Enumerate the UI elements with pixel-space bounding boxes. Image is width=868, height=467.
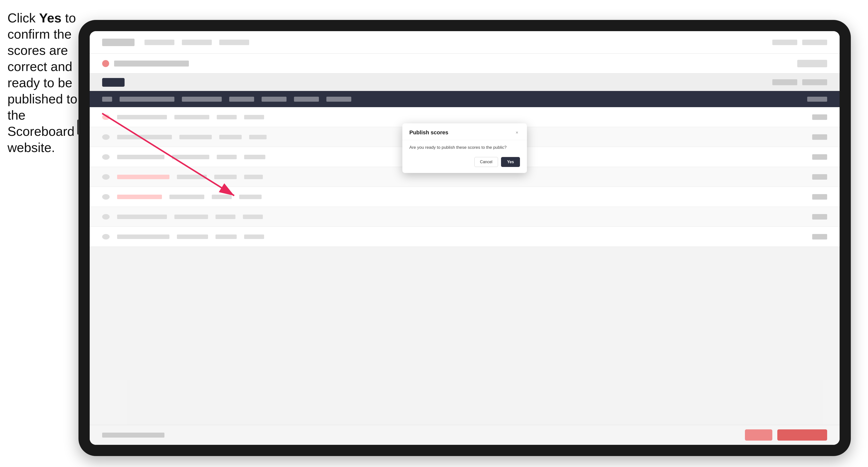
td-score bbox=[812, 174, 827, 180]
instruction-text: Click Yes to confirm the scores are corr… bbox=[7, 10, 80, 156]
app-logo bbox=[102, 39, 134, 46]
nav-item-1[interactable] bbox=[145, 40, 175, 45]
th-score bbox=[807, 97, 827, 102]
app-toolbar bbox=[90, 73, 840, 91]
td-rank bbox=[102, 174, 110, 180]
subheader-title bbox=[114, 61, 189, 66]
td-name bbox=[117, 235, 169, 239]
app-header bbox=[90, 31, 840, 54]
table-header bbox=[90, 91, 840, 107]
td-col3 bbox=[239, 195, 261, 199]
td-col1 bbox=[175, 215, 208, 219]
td-col2 bbox=[216, 235, 237, 239]
td-col1 bbox=[177, 235, 208, 239]
td-col1 bbox=[169, 195, 204, 199]
td-rank bbox=[102, 154, 110, 160]
th-col1 bbox=[182, 97, 222, 102]
td-col2 bbox=[217, 115, 237, 119]
td-name bbox=[117, 175, 169, 179]
td-col3 bbox=[249, 135, 267, 139]
td-col1 bbox=[175, 115, 209, 119]
toolbar-right-1 bbox=[772, 79, 797, 85]
modal-header: Publish scores × bbox=[402, 123, 527, 140]
td-score bbox=[812, 234, 827, 240]
footer-text bbox=[102, 433, 164, 438]
td-score bbox=[812, 214, 827, 220]
app-subheader bbox=[90, 54, 840, 73]
td-name bbox=[117, 215, 167, 219]
th-rank bbox=[102, 97, 112, 102]
td-name bbox=[117, 115, 167, 119]
td-rank bbox=[102, 234, 110, 240]
td-col3 bbox=[244, 235, 264, 239]
app-nav bbox=[145, 40, 249, 45]
nav-item-2[interactable] bbox=[182, 40, 212, 45]
td-col1 bbox=[177, 175, 207, 179]
td-name bbox=[117, 155, 164, 159]
td-rank bbox=[102, 214, 110, 220]
header-right-1[interactable] bbox=[772, 40, 797, 45]
td-name bbox=[117, 195, 162, 199]
th-col5 bbox=[327, 97, 351, 102]
modal-actions: Cancel Yes bbox=[409, 157, 520, 167]
instruction-bold: Yes bbox=[39, 11, 62, 25]
td-col2 bbox=[212, 195, 232, 199]
td-col1 bbox=[172, 155, 209, 159]
footer-save-button[interactable] bbox=[745, 429, 772, 441]
th-col2 bbox=[229, 97, 254, 102]
footer-publish-button[interactable] bbox=[777, 429, 827, 441]
td-col3 bbox=[244, 155, 265, 159]
app-header-right bbox=[772, 40, 827, 45]
subheader-icon bbox=[102, 60, 109, 67]
toolbar-right-2 bbox=[802, 79, 827, 85]
instruction-suffix: to confirm the scores are correct and re… bbox=[7, 11, 77, 155]
td-col3 bbox=[243, 215, 263, 219]
header-right-2[interactable] bbox=[802, 40, 827, 45]
modal-title: Publish scores bbox=[409, 129, 448, 136]
modal-close-button[interactable]: × bbox=[514, 130, 520, 135]
td-rank bbox=[102, 194, 110, 199]
td-score bbox=[812, 134, 827, 140]
toolbar-button[interactable] bbox=[102, 78, 125, 87]
td-rank bbox=[102, 114, 110, 120]
modal-body: Are you ready to publish these scores to… bbox=[402, 140, 527, 173]
th-name bbox=[120, 97, 175, 102]
td-score bbox=[812, 194, 827, 199]
td-score bbox=[812, 114, 827, 120]
tablet-device: Publish scores × Are you ready to publis… bbox=[79, 20, 851, 456]
app-footer bbox=[90, 425, 840, 445]
instruction-prefix: Click bbox=[7, 11, 39, 25]
td-col3 bbox=[244, 175, 263, 179]
modal-yes-button[interactable]: Yes bbox=[501, 157, 520, 167]
td-name bbox=[117, 135, 172, 139]
td-score bbox=[812, 154, 827, 160]
table-row bbox=[90, 207, 840, 227]
table-row bbox=[90, 187, 840, 207]
td-col2 bbox=[214, 175, 237, 179]
tablet-notch bbox=[77, 120, 79, 134]
subheader-right bbox=[797, 60, 827, 67]
th-col4 bbox=[294, 97, 319, 102]
td-col2 bbox=[219, 135, 242, 139]
modal-cancel-button[interactable]: Cancel bbox=[474, 157, 498, 167]
td-col2 bbox=[216, 215, 236, 219]
nav-item-3[interactable] bbox=[219, 40, 249, 45]
modal-dialog: Publish scores × Are you ready to publis… bbox=[402, 123, 527, 173]
td-col1 bbox=[179, 135, 212, 139]
td-rank bbox=[102, 134, 110, 140]
td-col3 bbox=[244, 115, 264, 119]
modal-message: Are you ready to publish these scores to… bbox=[409, 145, 520, 150]
tablet-screen: Publish scores × Are you ready to publis… bbox=[90, 31, 840, 445]
table-row bbox=[90, 227, 840, 247]
th-col3 bbox=[261, 97, 286, 102]
td-col2 bbox=[217, 155, 237, 159]
